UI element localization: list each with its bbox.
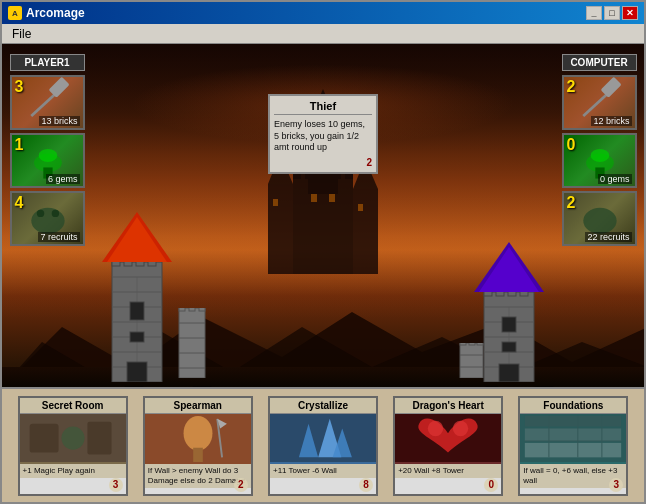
player1-gems-number: 1	[15, 137, 24, 153]
file-menu[interactable]: File	[8, 27, 35, 41]
svg-rect-82	[29, 423, 58, 452]
window-title: Arcomage	[26, 6, 85, 20]
card-title-0: Secret Room	[20, 398, 126, 414]
app-icon: A	[8, 6, 22, 20]
svg-rect-57	[502, 317, 516, 332]
card-tooltip: Thief Enemy loses 10 gems, 5 bricks, you…	[268, 94, 378, 174]
player1-recruits-card: 4 7 recruits	[10, 191, 85, 246]
tooltip-body: Enemy loses 10 gems, 5 bricks, you gain …	[274, 119, 372, 154]
svg-point-86	[183, 415, 212, 450]
computer-gems-label: 0 gems	[598, 174, 632, 184]
svg-rect-14	[273, 199, 278, 206]
svg-point-83	[61, 426, 84, 449]
game-card-3[interactable]: Dragon's Heart +20 Wall +8 Tower 0	[393, 396, 503, 496]
svg-rect-43	[199, 308, 205, 311]
svg-rect-99	[525, 428, 621, 441]
svg-rect-15	[358, 204, 363, 211]
svg-point-80	[583, 208, 616, 234]
computer-gems-number: 0	[567, 137, 576, 153]
menu-bar: File	[2, 24, 644, 44]
svg-point-96	[453, 420, 468, 435]
svg-rect-60	[460, 343, 483, 378]
player1-wall	[177, 308, 207, 382]
title-bar-left: A Arcomage	[8, 6, 85, 20]
computer-gems-card: 0 0 gems	[562, 133, 637, 188]
computer-tower	[474, 242, 544, 382]
svg-rect-34	[130, 332, 144, 342]
svg-rect-76	[600, 77, 621, 98]
svg-rect-41	[179, 308, 185, 311]
computer-recruits-label: 22 recruits	[585, 232, 631, 242]
player1-tower	[102, 212, 172, 382]
svg-point-79	[590, 149, 609, 162]
card-cost-4: 3	[609, 478, 623, 492]
tooltip-cost: 2	[274, 157, 372, 168]
computer-panel: COMPUTER 2 12 bricks	[559, 54, 639, 249]
card-image-1	[145, 414, 251, 464]
title-bar: A Arcomage _ □ ✕	[2, 2, 644, 24]
svg-rect-68	[48, 77, 69, 98]
card-title-4: Foundations	[520, 398, 626, 414]
player1-gems-label: 6 gems	[46, 174, 80, 184]
player1-label: PLAYER1	[10, 54, 85, 71]
card-cost-2: 8	[359, 478, 373, 492]
computer-recruits-card: 2 22 recruits	[562, 191, 637, 246]
game-card-1[interactable]: Spearman If Wall > enemy Wall do 3 Damag…	[143, 396, 253, 496]
player1-gems-card: 1 6 gems	[10, 133, 85, 188]
svg-rect-9	[353, 189, 378, 274]
svg-point-74	[51, 210, 58, 217]
card-title-1: Spearman	[145, 398, 251, 414]
svg-rect-63	[460, 343, 466, 345]
svg-rect-98	[525, 442, 621, 456]
svg-marker-32	[107, 217, 167, 262]
cards-area: Secret Room +1 Magic Play again 3 Spearm…	[2, 387, 644, 502]
close-button[interactable]: ✕	[622, 6, 638, 20]
computer-bricks-label: 12 bricks	[591, 116, 631, 126]
player1-recruits-number: 4	[15, 195, 24, 211]
svg-point-72	[31, 208, 64, 234]
svg-rect-64	[469, 343, 475, 345]
svg-point-71	[38, 149, 57, 162]
computer-bricks-card: 2 12 bricks	[562, 75, 637, 130]
card-cost-3: 0	[484, 478, 498, 492]
card-desc-2: +11 Tower -6 Wall	[270, 464, 376, 478]
player1-panel: PLAYER1 3 13 bricks	[7, 54, 87, 249]
minimize-button[interactable]: _	[586, 6, 602, 20]
game-area: 19 22 5 17 PLAYER1 3 13 bricks	[2, 44, 644, 502]
card-desc-3: +20 Wall +8 Tower	[395, 464, 501, 478]
card-desc-0: +1 Magic Play again	[20, 464, 126, 478]
svg-marker-56	[479, 247, 539, 292]
tooltip-title: Thief	[274, 100, 372, 115]
player1-bricks-number: 3	[15, 79, 24, 95]
svg-rect-42	[189, 308, 195, 311]
svg-rect-35	[127, 362, 147, 382]
game-card-2[interactable]: Crystallize +11 Tower -6 Wall 8	[268, 396, 378, 496]
svg-rect-87	[193, 447, 203, 461]
computer-bricks-number: 2	[567, 79, 576, 95]
computer-wall	[459, 343, 484, 382]
player1-bricks-card: 3 13 bricks	[10, 75, 85, 130]
svg-rect-13	[329, 194, 335, 202]
game-window: A Arcomage _ □ ✕ File	[0, 0, 646, 504]
svg-rect-100	[525, 415, 621, 426]
svg-rect-33	[130, 302, 144, 320]
card-cost-0: 3	[109, 478, 123, 492]
game-card-4[interactable]: Foundations If wall = 0, +6 wall, else +…	[518, 396, 628, 496]
svg-rect-59	[499, 364, 519, 382]
card-image-4	[520, 414, 626, 464]
computer-label: COMPUTER	[562, 54, 637, 71]
maximize-button[interactable]: □	[604, 6, 620, 20]
game-card-0[interactable]: Secret Room +1 Magic Play again 3	[18, 396, 128, 496]
svg-point-95	[428, 420, 443, 435]
card-title-2: Crystallize	[270, 398, 376, 414]
computer-recruits-number: 2	[567, 195, 576, 211]
player1-recruits-label: 7 recruits	[38, 232, 79, 242]
card-title-3: Dragon's Heart	[395, 398, 501, 414]
svg-point-73	[36, 210, 43, 217]
card-cost-1: 2	[234, 478, 248, 492]
svg-rect-84	[87, 421, 111, 454]
card-image-2	[270, 414, 376, 464]
svg-rect-7	[268, 184, 293, 274]
svg-rect-65	[477, 343, 483, 345]
player1-bricks-label: 13 bricks	[39, 116, 79, 126]
